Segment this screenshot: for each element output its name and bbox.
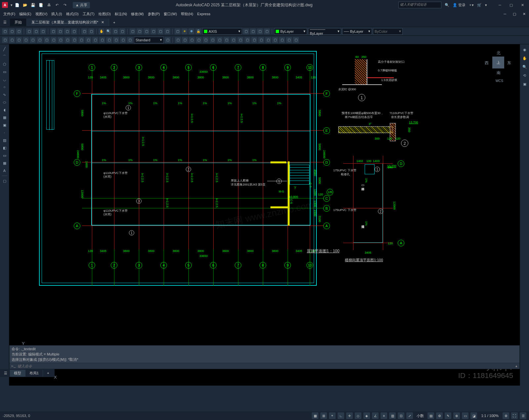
- color-select[interactable]: ByLayer▾: [274, 28, 307, 35]
- arc-tool[interactable]: ◡: [1, 76, 8, 83]
- command-input[interactable]: [18, 364, 515, 368]
- dim-qk[interactable]: ▢: [51, 37, 57, 43]
- mtext-tool[interactable]: A: [1, 167, 8, 174]
- menu-tools[interactable]: 工具(T): [81, 11, 97, 17]
- line-tool[interactable]: ╱: [1, 46, 8, 52]
- wcs-label[interactable]: WCS: [496, 79, 503, 83]
- menu-dimension[interactable]: 标注(N): [113, 11, 129, 17]
- sb-iso[interactable]: ◪: [470, 412, 477, 419]
- mod-5[interactable]: ▢: [203, 37, 209, 43]
- sb-zoom[interactable]: 1:1 / 100%: [479, 414, 501, 418]
- region-tool[interactable]: ▭: [1, 152, 8, 159]
- tab-add-layout[interactable]: +: [43, 370, 53, 376]
- mod-1[interactable]: ▢: [175, 37, 181, 43]
- menu-format[interactable]: 格式(O): [64, 11, 81, 17]
- sb-qv[interactable]: ▭: [462, 412, 468, 419]
- menu-edit[interactable]: 编辑(E): [17, 11, 33, 17]
- sb-gear[interactable]: ⚙: [503, 412, 509, 419]
- ellipse-tool[interactable]: ⬭: [1, 99, 8, 105]
- mod-11[interactable]: ▢: [244, 37, 250, 43]
- block-tool[interactable]: ▣: [1, 122, 8, 128]
- new-btn[interactable]: ▢: [2, 28, 8, 34]
- mod-18[interactable]: ▢: [293, 37, 299, 43]
- lay-t1[interactable]: ▢: [243, 28, 249, 34]
- lay-t4[interactable]: ▢: [264, 28, 270, 34]
- sb-trans[interactable]: ▥: [389, 412, 396, 419]
- zoomp-btn[interactable]: ▢: [119, 28, 125, 34]
- vc-e[interactable]: 东: [507, 60, 511, 66]
- dim-sp[interactable]: ▢: [71, 37, 77, 43]
- dim-r1[interactable]: ▢: [165, 37, 171, 43]
- redo-icon[interactable]: ↷: [62, 2, 67, 8]
- addsel-tool[interactable]: ▢: [1, 178, 8, 184]
- undo-btn[interactable]: ▢: [81, 28, 87, 34]
- mod-4[interactable]: ▢: [196, 37, 202, 43]
- dim-sty[interactable]: ▢: [120, 37, 126, 43]
- login-button[interactable]: 👤 登录: [453, 3, 466, 8]
- saveas-icon[interactable]: 📑: [38, 2, 44, 8]
- vc-s[interactable]: 南: [497, 70, 501, 76]
- minimize-button[interactable]: ─: [495, 2, 505, 8]
- save-btn[interactable]: ▢: [16, 28, 22, 34]
- preview-btn[interactable]: ▢: [33, 28, 39, 34]
- hatch-tool[interactable]: ▨: [1, 137, 8, 144]
- undo-icon[interactable]: ↶: [54, 2, 60, 8]
- help-icon[interactable]: ▾: [485, 3, 487, 7]
- mod-3[interactable]: ▢: [189, 37, 195, 43]
- layer-select[interactable]: AXIS▾: [202, 28, 242, 35]
- open-btn[interactable]: ▢: [9, 28, 15, 34]
- doc-close-icon[interactable]: ✕: [521, 11, 528, 17]
- menu-express[interactable]: Express: [195, 11, 212, 17]
- zoom-ext-icon[interactable]: 🔍: [521, 63, 528, 70]
- match-btn[interactable]: ▢: [71, 28, 77, 34]
- menu-file[interactable]: 文件(F): [1, 11, 17, 17]
- sb-units-label[interactable]: 小数: [415, 413, 426, 418]
- tab-close-icon[interactable]: ✕: [101, 20, 104, 24]
- sb-snap[interactable]: ⌖: [329, 412, 336, 419]
- layout-menu-icon[interactable]: ☰: [1, 370, 10, 376]
- showmotion-icon[interactable]: ▣: [521, 81, 528, 87]
- dim-ord[interactable]: ▢: [23, 37, 29, 43]
- new-icon[interactable]: 📄: [15, 2, 20, 8]
- pan-btn[interactable]: ✋: [99, 28, 104, 34]
- lay-t3[interactable]: ▢: [257, 28, 263, 34]
- sb-otrack[interactable]: ∠: [372, 412, 379, 419]
- lock-icon[interactable]: 🔓: [195, 28, 201, 34]
- sb-clean[interactable]: ⛶: [511, 412, 518, 419]
- sb-osnap[interactable]: ◇: [355, 412, 361, 419]
- search-icon[interactable]: 🔍: [445, 3, 449, 7]
- ssm-btn[interactable]: ▢: [150, 28, 156, 34]
- cart-icon[interactable]: 🛒: [477, 3, 482, 7]
- tp-btn[interactable]: ▢: [143, 28, 149, 34]
- qc-btn[interactable]: ▢: [164, 28, 170, 34]
- dim-ang[interactable]: ▢: [44, 37, 50, 43]
- nav-wheel-icon[interactable]: ◉: [521, 46, 528, 53]
- dim-ins[interactable]: ▢: [99, 37, 105, 43]
- dim-br[interactable]: ▢: [78, 37, 84, 43]
- menu-help[interactable]: 帮助(H): [179, 11, 195, 17]
- sb-qp[interactable]: ▤: [427, 412, 434, 419]
- doc-max-icon[interactable]: ▢: [511, 11, 518, 17]
- dim-txa[interactable]: ▢: [113, 37, 119, 43]
- tab-layout1[interactable]: 布局1: [25, 370, 43, 377]
- dim-dia[interactable]: ▢: [37, 37, 43, 43]
- basket-icon[interactable]: ⚬▾: [469, 3, 474, 7]
- tabs-menu-icon[interactable]: ☰: [0, 19, 10, 26]
- circle-tool[interactable]: ○: [1, 84, 8, 90]
- mod-7[interactable]: ▢: [217, 37, 223, 43]
- mod-9[interactable]: ▢: [230, 37, 236, 43]
- mod-14[interactable]: ▢: [265, 37, 271, 43]
- publish-btn[interactable]: ▢: [40, 28, 46, 34]
- vc-n[interactable]: 北: [497, 50, 501, 56]
- sb-3dosnap[interactable]: ◈: [363, 412, 370, 419]
- search-input[interactable]: 键入关键字或短语: [398, 2, 441, 8]
- dim-rad[interactable]: ▢: [30, 37, 36, 43]
- linetype-select[interactable]: ────── ByLayer▾: [308, 28, 341, 35]
- dim-cnt[interactable]: ▢: [64, 37, 70, 43]
- sb-ann[interactable]: ⤢: [406, 412, 413, 419]
- sun-icon[interactable]: ☀: [182, 28, 187, 34]
- pline-tool[interactable]: ⌒: [1, 53, 8, 60]
- sb-amon[interactable]: ✎: [445, 412, 451, 419]
- mod-15[interactable]: ▢: [272, 37, 278, 43]
- sb-ws[interactable]: ⚙: [436, 412, 443, 419]
